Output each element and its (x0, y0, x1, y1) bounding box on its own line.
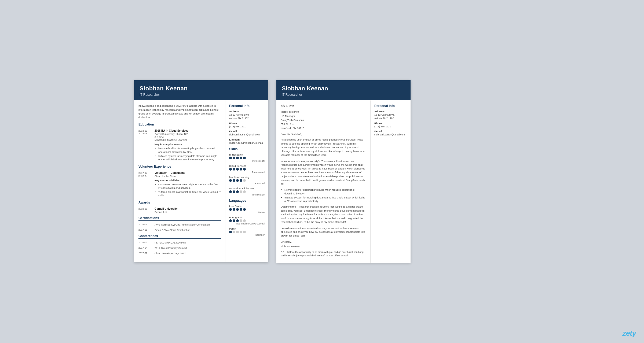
dot (236, 168, 239, 171)
resume-main: Knowledgeable and dependable university … (134, 100, 225, 262)
cover-para-1: As a longtime user and fan of SmogTech's… (281, 138, 366, 157)
linkedin-label: LinkedIn (229, 138, 265, 141)
conference-entry: 2017-02 Cloud DeveloperDays 2017 (138, 252, 221, 255)
skill-dots (229, 179, 265, 182)
volunteer-section-title: Volunteer Experience (138, 165, 221, 169)
cover-body: July 1, 2018 Marcel Steinhoff HR Manager… (276, 100, 411, 263)
cover-personal-info-title: Personal Info (374, 104, 407, 108)
cover-email-value: siobhan.keenan@gmail.com (374, 133, 407, 137)
conf-date: 2018-05 (138, 241, 155, 244)
dot (233, 219, 235, 222)
dot (236, 157, 239, 159)
dot (243, 179, 246, 182)
linkedin-value: linkedin.com/in/siobhan.keenan (229, 141, 265, 145)
dot (243, 190, 246, 193)
bullet-item: New method for documenting bugs which re… (158, 146, 221, 154)
education-detail: 2018 BA in Cloud Services Cornell Univer… (155, 129, 221, 162)
phone-value: (718) 555-1221 (229, 125, 265, 128)
dot (229, 208, 232, 211)
cover-salutation: Dear Mr. Steinhoff, (281, 133, 366, 136)
conf-detail: Cloud DeveloperDays 2017 (155, 252, 221, 255)
cover-title: IT Researcher (282, 93, 405, 97)
lang-dots (229, 231, 265, 233)
dot (233, 231, 235, 233)
dot (243, 231, 246, 233)
email-label: E-mail (229, 130, 265, 133)
dot (229, 168, 232, 171)
certifications-section-title: Certifications (138, 216, 221, 221)
education-date: 2013-09 - 2018-05 (138, 129, 155, 162)
skill-item: Cloud Services Professional (229, 164, 265, 174)
dot (229, 231, 232, 233)
cover-phone-label: Phone (374, 122, 407, 125)
dot (240, 168, 242, 171)
dot (236, 231, 239, 233)
education-section-title: Education (138, 123, 221, 127)
dot (233, 190, 235, 193)
dot (240, 179, 242, 182)
dot (240, 190, 242, 193)
cover-para-3: Obtaining the IT research position at Sm… (281, 205, 366, 224)
cert-entry: 2018-01 AWS Certified SysOps Administrat… (138, 223, 221, 226)
cover-phone-value: (718) 555-1221 (374, 125, 407, 128)
skill-item: Network Administration Intermediate (229, 187, 265, 196)
cover-bullets: New method for documenting bugs which re… (284, 188, 366, 203)
personal-info-title: Personal Info (229, 104, 265, 108)
dot (236, 190, 239, 193)
cover-name: Siobhan Keenan (282, 85, 405, 92)
skill-item: Machine Learning Advanced (229, 176, 265, 185)
cover-header: Siobhan Keenan IT Researcher (276, 80, 411, 100)
conference-entry: 2018-05 FS-ISAC ANNUAL SUMMIT (138, 241, 221, 244)
dot (229, 190, 232, 193)
conf-date: 2017-02 (138, 252, 155, 255)
address-value: 12-12 Astoria Blvd.Astoria, NY 11102 (229, 113, 265, 120)
awards-section-title: Awards (138, 201, 221, 205)
volunteer-date: 2017-07 - present (138, 171, 155, 198)
award-detail: Cornell University Dean's List (155, 207, 221, 213)
cert-date: 2018-01 (138, 223, 155, 226)
dot (233, 208, 235, 211)
dot (240, 219, 242, 222)
email-value: siobhan.keenan@gmail.com (229, 133, 265, 137)
cover-main: July 1, 2018 Marcel Steinhoff HR Manager… (276, 100, 370, 263)
lang-dots (229, 208, 265, 211)
dot (233, 179, 235, 182)
resume-document: Siobhan Keenan IT Researcher Knowledgeab… (134, 80, 268, 262)
cert-entry: 2017-05 Cisco CCNA Cloud Certification (138, 228, 221, 231)
conf-date: 2017-04 (138, 246, 155, 249)
bullet-item: Initiated system for merging data stream… (158, 154, 221, 161)
conference-entry: 2017-04 2017 Cloud Foundry Summit (138, 246, 221, 249)
dot (233, 157, 235, 159)
volunteer-detail: Volunteer IT Consultant Cloud for the Cr… (155, 171, 221, 198)
languages-title: Languages (229, 199, 265, 202)
resume-name: Siobhan Keenan (140, 85, 263, 92)
dot (236, 219, 239, 222)
cover-signature: Siobhan Keenan (281, 245, 366, 248)
skill-item: IT Research Professional (229, 153, 265, 162)
volunteer-entry: 2017-07 - present Volunteer IT Consultan… (138, 171, 221, 198)
dot (229, 179, 232, 182)
cover-para-2: In my former role in my university's IT … (281, 159, 366, 186)
skills-title: Skills (229, 147, 265, 151)
language-item: Polish Beginner (229, 227, 265, 236)
resume-sidebar: Personal Info Address 12-12 Astoria Blvd… (225, 100, 268, 262)
dot (243, 157, 246, 159)
dot (240, 231, 242, 233)
skill-dots (229, 190, 265, 193)
cover-ps: P.S. - I'd love the opportunity to sit d… (281, 250, 366, 257)
dot (240, 208, 242, 211)
cover-recipient: Marcel Steinhoff HR Manager SmogTech Sol… (281, 110, 366, 130)
language-item: Irish Gaelic Native (229, 205, 265, 214)
cover-email-label: E-mail (374, 130, 407, 133)
cert-detail: AWS Certified SysOps Administrator Certi… (155, 223, 221, 226)
zety-logo: zety (623, 329, 636, 338)
award-date: 2018-05 (138, 207, 155, 213)
cover-address-value: 12-12 Astoria Blvd.Astoria, NY 11102 (374, 113, 407, 120)
dot (229, 157, 232, 159)
cover-address-label: Address (374, 110, 407, 113)
cover-para-4: I would welcome the chance to discuss yo… (281, 226, 366, 238)
cert-detail: Cisco CCNA Cloud Certification (155, 228, 221, 231)
dot (240, 157, 242, 159)
dot (236, 179, 239, 182)
education-bullets: New method for documenting bugs which re… (158, 146, 221, 161)
